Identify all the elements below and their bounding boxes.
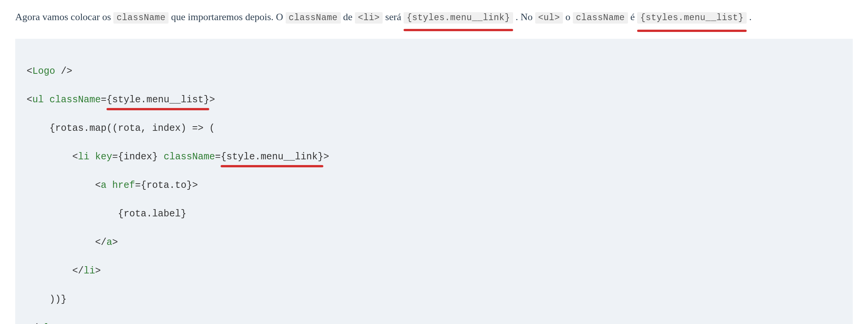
- code-line-5: <a href={rota.to}>: [27, 178, 841, 193]
- inline-code-ul: <ul>: [535, 12, 563, 24]
- text-segment: é: [630, 11, 637, 22]
- text-segment: Agora vamos colocar os: [15, 11, 113, 22]
- text-segment: .: [749, 11, 752, 22]
- text-segment: de: [343, 11, 355, 22]
- inline-code-classname-2: className: [286, 12, 341, 24]
- inline-code-li: <li>: [355, 12, 383, 24]
- code-block: <Logo /> <ul className={style.menu__list…: [15, 39, 853, 324]
- code-line-7: </a>: [27, 235, 841, 250]
- text-segment: . No: [515, 11, 535, 22]
- code-line-6: {rota.label}: [27, 207, 841, 221]
- text-segment: o: [565, 11, 573, 22]
- code-line-2: <ul className={style.menu__list}>: [27, 93, 841, 107]
- code-line-8: </li>: [27, 264, 841, 278]
- inline-code-classname-3: className: [573, 12, 628, 24]
- code-line-1: <Logo />: [27, 64, 841, 79]
- code-line-4: <li key={index} className={style.menu__l…: [27, 150, 841, 164]
- text-segment: que importaremos depois. O: [171, 11, 286, 22]
- text-segment: será: [385, 11, 404, 22]
- instruction-paragraph: Agora vamos colocar os className que imp…: [15, 8, 853, 27]
- code-line-9: ))}: [27, 292, 841, 307]
- inline-code-menu-link: {styles.menu__link}: [404, 12, 513, 24]
- inline-code-classname-1: className: [113, 12, 169, 24]
- inline-code-menu-list: {styles.menu__list}: [637, 12, 747, 24]
- code-line-3: {rotas.map((rota, index) => (: [27, 121, 841, 136]
- code-line-10: </ul>: [27, 321, 841, 324]
